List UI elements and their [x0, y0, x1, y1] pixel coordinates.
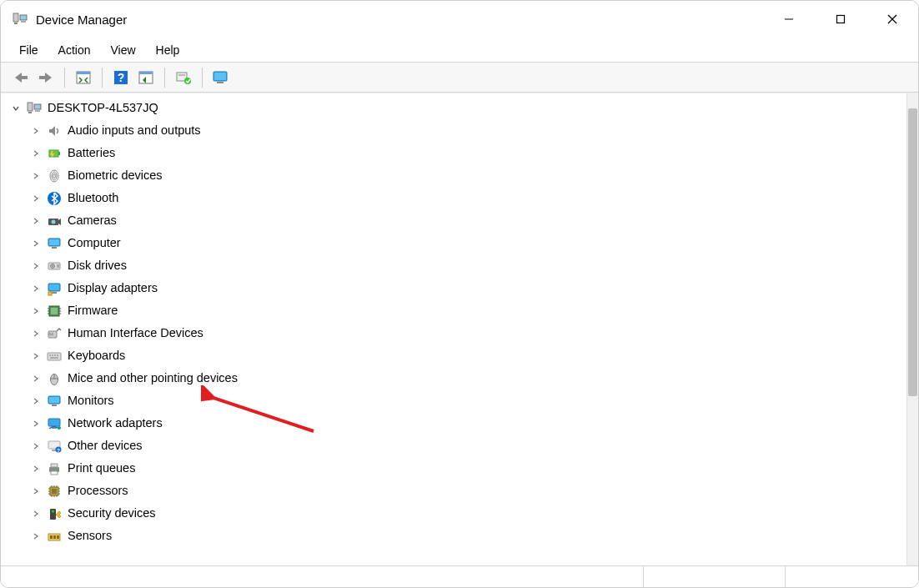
- svg-rect-61: [57, 354, 58, 356]
- tree-item[interactable]: Audio inputs and outputs: [29, 119, 918, 142]
- menu-action[interactable]: Action: [50, 40, 99, 60]
- printer-icon: [46, 460, 63, 477]
- chevron-right-icon[interactable]: [29, 327, 43, 340]
- svg-text:?: ?: [57, 447, 60, 452]
- tree-item[interactable]: Bluetooth: [29, 187, 918, 209]
- chevron-right-icon[interactable]: [29, 169, 43, 183]
- chevron-right-icon[interactable]: [29, 282, 43, 295]
- svg-rect-62: [50, 357, 58, 359]
- svg-rect-97: [50, 535, 53, 539]
- svg-rect-24: [35, 110, 40, 112]
- chevron-right-icon[interactable]: [29, 147, 43, 160]
- computer-icon: [46, 235, 63, 252]
- other-icon: ?: [46, 438, 63, 455]
- devices-button[interactable]: [209, 66, 233, 89]
- hid-icon: [46, 325, 63, 342]
- forward-button[interactable]: [34, 66, 58, 89]
- chevron-right-icon[interactable]: [29, 214, 43, 228]
- tree-item-label: Human Interface Devices: [66, 322, 203, 344]
- svg-rect-69: [48, 419, 60, 426]
- tree-root-item[interactable]: DESKTOP-4L537JQ: [9, 97, 918, 119]
- help-button[interactable]: ?: [109, 66, 133, 89]
- biometric-icon: [46, 168, 63, 184]
- chevron-right-icon[interactable]: [29, 124, 43, 138]
- disk-icon: [46, 258, 63, 274]
- device-manager-window: Device Manager File Action View Help: [0, 0, 919, 588]
- tree-item[interactable]: Computer: [29, 232, 918, 254]
- tree-item[interactable]: Human Interface Devices: [29, 322, 918, 344]
- tree-item[interactable]: Keyboards: [29, 344, 918, 367]
- menu-view[interactable]: View: [102, 40, 143, 60]
- menu-file[interactable]: File: [11, 40, 47, 60]
- tree-item-label: Computer: [66, 232, 121, 254]
- minimize-button[interactable]: [763, 1, 815, 38]
- chevron-down-icon[interactable]: [9, 102, 23, 115]
- menu-help[interactable]: Help: [148, 40, 188, 60]
- tree-item-label: Other devices: [66, 435, 142, 457]
- vertical-scrollbar[interactable]: [906, 93, 918, 565]
- svg-point-79: [57, 468, 58, 470]
- firmware-icon: [46, 303, 63, 319]
- back-button[interactable]: [9, 66, 33, 89]
- svg-rect-17: [178, 74, 185, 76]
- chevron-right-icon[interactable]: [29, 372, 43, 385]
- tree-item-label: Batteries: [66, 142, 115, 164]
- tree-item[interactable]: Cameras: [29, 209, 918, 232]
- tree-item[interactable]: Print queues: [29, 457, 918, 480]
- scan-hardware-button[interactable]: [172, 66, 195, 89]
- toolbar-separator: [64, 68, 65, 88]
- tree-item[interactable]: Monitors: [29, 389, 918, 412]
- chevron-right-icon[interactable]: [29, 349, 43, 363]
- chevron-right-icon[interactable]: [29, 395, 43, 408]
- svg-rect-15: [139, 72, 153, 74]
- action-button[interactable]: [134, 66, 158, 89]
- tree-item[interactable]: Security devices: [29, 502, 918, 525]
- close-button[interactable]: [866, 1, 918, 38]
- chevron-right-icon[interactable]: [29, 304, 43, 318]
- svg-point-39: [52, 265, 53, 266]
- chevron-right-icon[interactable]: [29, 440, 43, 453]
- chevron-right-icon[interactable]: [29, 259, 43, 273]
- svg-rect-60: [54, 354, 56, 356]
- svg-point-71: [58, 426, 61, 430]
- svg-rect-21: [217, 82, 223, 83]
- status-segment: [785, 566, 918, 587]
- maximize-button[interactable]: [815, 1, 866, 38]
- chevron-right-icon[interactable]: [29, 507, 43, 520]
- chevron-right-icon[interactable]: [29, 192, 43, 205]
- chevron-right-icon[interactable]: [29, 485, 43, 498]
- svg-rect-25: [28, 112, 32, 113]
- svg-rect-54: [49, 333, 51, 334]
- show-hide-tree-button[interactable]: [72, 66, 95, 89]
- tree-item[interactable]: ?Other devices: [29, 435, 918, 457]
- tree-item[interactable]: Biometric devices: [29, 164, 918, 187]
- tree-item-label: Biometric devices: [66, 164, 163, 187]
- computer-root-icon: [26, 100, 43, 117]
- svg-rect-98: [53, 535, 56, 539]
- tree-item[interactable]: Mice and other pointing devices: [29, 367, 918, 389]
- tree-children: Audio inputs and outputsBatteriesBiometr…: [9, 119, 918, 547]
- tree-item-label: Security devices: [66, 502, 156, 525]
- tree-item[interactable]: Sensors: [29, 525, 918, 547]
- svg-rect-35: [49, 239, 59, 245]
- svg-rect-20: [214, 73, 226, 80]
- chevron-right-icon[interactable]: [29, 462, 43, 475]
- device-tree: DESKTOP-4L537JQ Audio inputs and outputs…: [9, 97, 918, 547]
- tree-item[interactable]: Firmware: [29, 299, 918, 322]
- scrollbar-thumb[interactable]: [908, 108, 917, 396]
- tree-item[interactable]: Disk drives: [29, 254, 918, 277]
- tree-item[interactable]: Display adapters: [29, 277, 918, 299]
- tree-item[interactable]: Processors: [29, 480, 918, 502]
- svg-rect-67: [49, 397, 59, 403]
- tree-item-label: Sensors: [66, 525, 112, 547]
- chevron-right-icon[interactable]: [29, 530, 43, 543]
- svg-rect-5: [837, 16, 845, 23]
- svg-rect-78: [51, 471, 58, 475]
- chevron-right-icon[interactable]: [29, 417, 43, 430]
- chevron-right-icon[interactable]: [29, 237, 43, 250]
- display-icon: [46, 280, 63, 297]
- tree-item[interactable]: Batteries: [29, 142, 918, 164]
- tree-item[interactable]: Network adapters: [29, 412, 918, 435]
- cpu-icon: [46, 483, 63, 500]
- svg-rect-56: [49, 334, 53, 335]
